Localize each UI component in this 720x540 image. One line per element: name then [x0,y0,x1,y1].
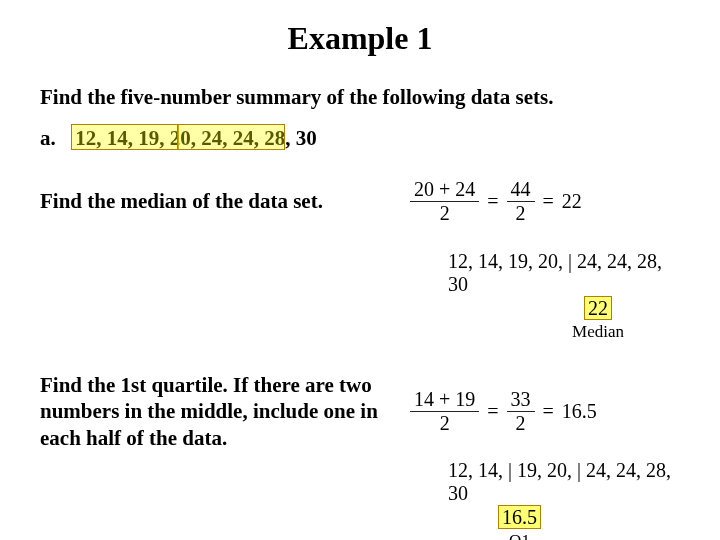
equals-icon: = [487,400,498,423]
fraction-4-num: 33 [507,389,535,412]
fraction-1-den: 2 [410,202,479,224]
fraction-3-den: 2 [410,412,479,434]
median-value-highlight: 22 [584,296,612,320]
part-data: 12, 14, 19, 20, 24, 24, 28, 30 [71,124,321,153]
dataset-text: 12, 14, 19, 20, 24, 24, 28, 30 [75,126,317,150]
fraction-3-num: 14 + 19 [410,389,479,412]
equals-icon: = [543,400,554,423]
prompt-text: Find the five-number summary of the foll… [40,85,680,110]
slide: Example 1 Find the five-number summary o… [0,0,720,540]
fraction-4: 33 2 [507,389,535,434]
fraction-2-num: 44 [507,179,535,202]
median-listing: 12, 14, 19, 20, | 24, 24, 28, 30 22 Medi… [448,250,680,342]
q1-listing-data: 12, 14, | 19, 20, | 24, 24, 28, 30 [448,459,680,505]
page-title: Example 1 [40,20,680,57]
q1-listing: 12, 14, | 19, 20, | 24, 24, 28, 30 16.5 … [448,459,680,540]
equals-icon: = [543,190,554,213]
q1-result: 16.5 [562,400,597,423]
median-result: 22 [562,190,582,213]
fraction-4-den: 2 [507,412,535,434]
fraction-1: 20 + 24 2 [410,179,479,224]
median-listing-data: 12, 14, 19, 20, | 24, 24, 28, 30 [448,250,680,296]
part-a-row: a. 12, 14, 19, 20, 24, 24, 28, 30 [40,124,680,153]
fraction-2: 44 2 [507,179,535,224]
equals-icon: = [487,190,498,213]
fraction-2-den: 2 [507,202,535,224]
part-label: a. [40,126,66,151]
step-q1-row: Find the 1st quartile. If there are two … [40,372,680,451]
median-label: Median [572,322,624,342]
step-median-text: Find the median of the data set. [40,188,410,214]
q1-label: Q1 [498,531,541,540]
step-q1-text: Find the 1st quartile. If there are two … [40,372,410,451]
step-median-math: 20 + 24 2 = 44 2 = 22 [410,179,710,224]
step-median-row: Find the median of the data set. 20 + 24… [40,179,680,224]
fraction-1-num: 20 + 24 [410,179,479,202]
step-q1-math: 14 + 19 2 = 33 2 = 16.5 [410,389,710,434]
q1-value-highlight: 16.5 [498,505,541,529]
fraction-3: 14 + 19 2 [410,389,479,434]
